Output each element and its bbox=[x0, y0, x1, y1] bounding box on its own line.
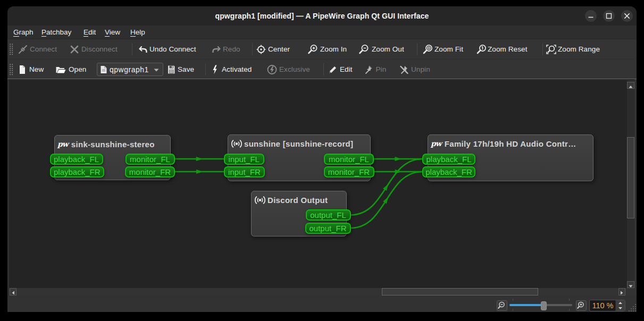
close-button[interactable] bbox=[621, 10, 633, 22]
connection-arrow bbox=[395, 157, 402, 161]
slider-tick bbox=[513, 299, 513, 301]
pushpin-off-icon bbox=[399, 64, 409, 75]
menubar: Graph Patchbay Edit View Help bbox=[7, 26, 637, 39]
activated-button[interactable]: Activated bbox=[212, 60, 252, 79]
exclusive-button[interactable]: Exclusive bbox=[267, 60, 310, 79]
resize-grip[interactable] bbox=[628, 303, 636, 311]
port-playback_FL[interactable]: playback_FL bbox=[50, 154, 103, 165]
toolbar-patchbay: New Open qpwgraph1 bbox=[7, 59, 637, 79]
menu-edit[interactable]: Edit bbox=[80, 26, 99, 39]
combo-dropdown-icon bbox=[154, 69, 159, 72]
lightning-icon bbox=[212, 64, 218, 75]
slider-tick bbox=[569, 299, 570, 301]
horizontal-scrollbar-thumb[interactable] bbox=[382, 288, 538, 295]
edit-button[interactable]: Edit bbox=[328, 60, 353, 79]
connection-arrow bbox=[196, 157, 203, 161]
connection-arrow bbox=[196, 170, 203, 174]
patchbay-selector[interactable]: qpwgraph1 bbox=[97, 63, 163, 76]
zoom-out-small-icon bbox=[497, 301, 507, 310]
maximize-icon bbox=[603, 10, 615, 22]
zoom-range-button[interactable]: Zoom Range bbox=[546, 39, 600, 59]
minimize-icon bbox=[585, 10, 597, 22]
menu-graph[interactable]: Graph bbox=[10, 26, 37, 39]
scroll-up-icon bbox=[628, 84, 634, 90]
disconnect-button[interactable]: Disconnect bbox=[70, 39, 118, 59]
slider-tick bbox=[569, 309, 570, 311]
disconnect-icon bbox=[70, 44, 79, 55]
toolbar-separator bbox=[323, 63, 324, 75]
port-input_FR[interactable]: input_FR bbox=[224, 166, 265, 178]
pushpin-icon bbox=[364, 64, 373, 75]
scroll-up-button[interactable] bbox=[627, 82, 634, 89]
spin-arrows-icon bbox=[616, 300, 625, 311]
scroll-left-button[interactable] bbox=[10, 288, 16, 295]
port-playback_FR[interactable]: playback_FR bbox=[50, 166, 105, 178]
zoom-fit-icon bbox=[423, 44, 433, 55]
titlebar[interactable]: qpwgraph1 [modified] — A PipeWire Graph … bbox=[7, 6, 637, 26]
zoom-slider-fill bbox=[509, 304, 541, 306]
menu-patchbay[interactable]: Patchbay bbox=[38, 26, 75, 39]
zoom-in-small-button[interactable] bbox=[576, 300, 587, 311]
center-button[interactable]: Center bbox=[256, 39, 290, 59]
scroll-down-button[interactable] bbox=[627, 281, 634, 288]
save-disk-icon bbox=[167, 64, 175, 75]
port-playback_FL[interactable]: playback_FL bbox=[422, 154, 475, 165]
new-button[interactable]: New bbox=[19, 60, 44, 79]
connection-wires bbox=[9, 80, 627, 288]
graph-canvas[interactable]: pwsink-sunshine-stereoplayback_FLplaybac… bbox=[9, 80, 627, 288]
open-folder-icon bbox=[55, 64, 66, 75]
pin-button[interactable]: Pin bbox=[364, 60, 386, 79]
zoom-out-button[interactable]: Zoom Out bbox=[358, 39, 404, 59]
open-button[interactable]: Open bbox=[55, 60, 86, 79]
toolbar-drag-handle[interactable] bbox=[9, 43, 14, 55]
slider-tick bbox=[513, 309, 513, 311]
zoom-out-icon bbox=[358, 44, 370, 55]
toolbar-separator bbox=[205, 63, 206, 75]
minimize-button[interactable] bbox=[585, 10, 597, 22]
zoom-value: 110 % bbox=[590, 300, 616, 311]
save-button[interactable]: Save bbox=[167, 60, 194, 79]
port-output_FL[interactable]: output_FL bbox=[306, 209, 351, 221]
zoom-in-button[interactable]: Zoom In bbox=[307, 39, 347, 59]
patchbay-file-icon bbox=[100, 65, 107, 74]
lightning-circle-icon bbox=[267, 64, 277, 75]
scroll-right-button[interactable] bbox=[618, 288, 625, 295]
port-input_FL[interactable]: input_FL bbox=[224, 154, 264, 165]
port-monitor_FL[interactable]: monitor_FL bbox=[126, 154, 175, 165]
toolbar-drag-handle[interactable] bbox=[9, 63, 14, 75]
undo-icon bbox=[138, 44, 148, 55]
maximize-button[interactable] bbox=[603, 10, 615, 22]
patchbay-name: qpwgraph1 bbox=[110, 65, 149, 74]
port-monitor_FR[interactable]: monitor_FR bbox=[125, 166, 175, 178]
unpin-button[interactable]: Unpin bbox=[399, 60, 430, 79]
toolbar-separator bbox=[417, 43, 417, 55]
menu-help[interactable]: Help bbox=[127, 26, 149, 39]
redo-button[interactable]: Redo bbox=[212, 39, 240, 59]
zoom-range-icon bbox=[546, 44, 557, 55]
vertical-scrollbar-thumb[interactable] bbox=[627, 137, 634, 218]
app-window: qpwgraph1 [modified] — A PipeWire Graph … bbox=[7, 6, 637, 312]
zoom-reset-button[interactable]: Zoom Reset bbox=[476, 39, 528, 59]
connect-button[interactable]: Connect bbox=[18, 39, 57, 59]
zoom-slider-handle[interactable] bbox=[541, 301, 547, 310]
port-playback_FR[interactable]: playback_FR bbox=[422, 166, 475, 178]
port-output_FR[interactable]: output_FR bbox=[305, 223, 351, 234]
graph-view: pwsink-sunshine-stereoplayback_FLplaybac… bbox=[8, 79, 634, 295]
center-icon bbox=[256, 44, 266, 55]
toolbar-separator bbox=[542, 43, 543, 55]
zoom-spinbox[interactable]: 110 % bbox=[589, 300, 625, 311]
pencil-icon bbox=[328, 64, 338, 75]
window-title: qpwgraph1 [modified] — A PipeWire Graph … bbox=[7, 6, 637, 26]
port-monitor_FL[interactable]: monitor_FL bbox=[324, 154, 374, 165]
zoom-reset-icon bbox=[476, 44, 487, 55]
close-icon bbox=[621, 10, 633, 22]
statusbar: 110 % bbox=[7, 295, 637, 312]
port-monitor_FR[interactable]: monitor_FR bbox=[324, 166, 374, 178]
redo-icon bbox=[212, 44, 221, 55]
zoom-spin-buttons[interactable] bbox=[615, 300, 625, 311]
menu-view[interactable]: View bbox=[101, 26, 124, 39]
undo-connect-button[interactable]: Undo Connect bbox=[138, 39, 196, 59]
zoom-out-small-button[interactable] bbox=[497, 300, 507, 311]
zoom-in-icon bbox=[307, 44, 319, 55]
zoom-fit-button[interactable]: Zoom Fit bbox=[423, 39, 463, 59]
